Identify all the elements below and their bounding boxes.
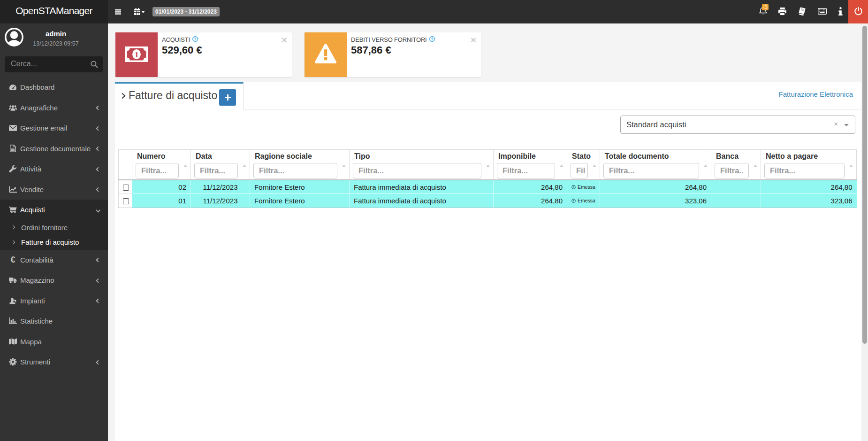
svg-text:1: 1 bbox=[135, 50, 139, 59]
svg-text:?: ? bbox=[431, 37, 433, 41]
svg-text:?: ? bbox=[194, 37, 196, 41]
